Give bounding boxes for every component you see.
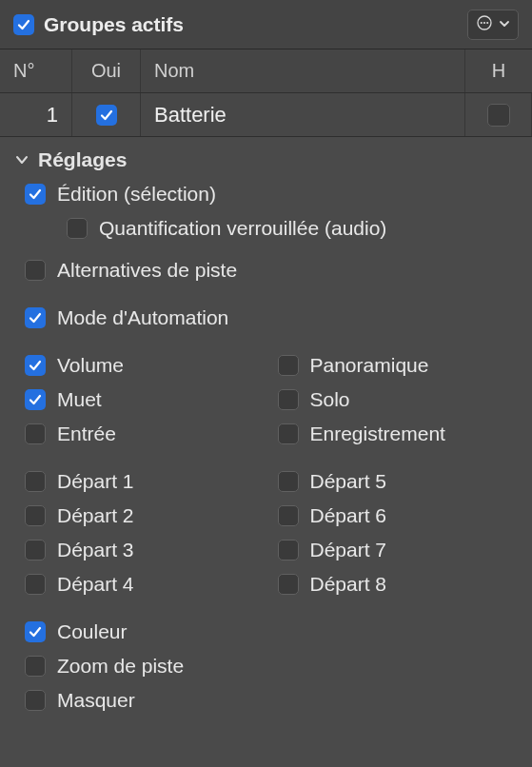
column-headers: N° Oui Nom H <box>0 49 532 93</box>
hide-toggle[interactable] <box>487 104 510 127</box>
option-quantification: Quantification verrouillée (audio) <box>13 211 519 246</box>
depart7-label: Départ 7 <box>310 539 387 561</box>
option-depart4: Départ 4 <box>13 567 266 601</box>
depart3-label: Départ 3 <box>57 539 134 561</box>
cell-nom[interactable]: Batterie <box>141 93 465 136</box>
depart7-checkbox[interactable] <box>278 540 299 560</box>
option-depart1: Départ 1 <box>13 464 266 499</box>
option-volume: Volume <box>13 348 266 383</box>
quantification-label: Quantification verrouillée (audio) <box>99 217 386 240</box>
cell-h <box>465 93 532 136</box>
automation-checkbox[interactable] <box>25 307 46 328</box>
settings-title: Réglages <box>38 148 127 171</box>
zoom-checkbox[interactable] <box>25 656 46 677</box>
table-row[interactable]: 1 Batterie <box>0 93 532 137</box>
masquer-label: Masquer <box>57 689 135 712</box>
option-edition: Édition (sélection) <box>13 177 519 211</box>
depart1-checkbox[interactable] <box>25 471 46 492</box>
couleur-label: Couleur <box>57 620 128 643</box>
enregistrement-checkbox[interactable] <box>278 423 299 444</box>
header-menu-button[interactable] <box>467 10 519 40</box>
option-solo: Solo <box>266 383 520 417</box>
option-couleur: Couleur <box>13 615 519 649</box>
column-header-no[interactable]: N° <box>0 49 72 92</box>
solo-label: Solo <box>310 388 350 411</box>
edition-label: Édition (sélection) <box>57 183 216 206</box>
option-depart6: Départ 6 <box>266 499 520 533</box>
option-depart8: Départ 8 <box>266 567 520 601</box>
automation-label: Mode d'Automation <box>57 306 228 329</box>
enregistrement-label: Enregistrement <box>310 423 445 445</box>
depart6-label: Départ 6 <box>310 504 387 527</box>
column-header-nom[interactable]: Nom <box>141 49 465 92</box>
depart3-checkbox[interactable] <box>25 540 46 560</box>
cell-no: 1 <box>0 93 72 136</box>
header-left: Groupes actifs <box>13 13 184 36</box>
cell-oui <box>72 93 141 136</box>
depart2-label: Départ 2 <box>57 504 134 527</box>
alternatives-checkbox[interactable] <box>25 260 46 281</box>
depart5-checkbox[interactable] <box>278 471 299 492</box>
masquer-checkbox[interactable] <box>25 690 46 711</box>
volume-checkbox[interactable] <box>25 355 46 376</box>
depart-options: Départ 1 Départ 2 Départ 3 Départ 4 Dépa… <box>13 464 519 601</box>
depart8-checkbox[interactable] <box>278 574 299 595</box>
svg-point-3 <box>486 21 488 23</box>
option-depart7: Départ 7 <box>266 533 520 567</box>
settings-header[interactable]: Réglages <box>13 145 519 177</box>
couleur-checkbox[interactable] <box>25 621 46 642</box>
entree-label: Entrée <box>57 423 116 445</box>
option-alternatives: Alternatives de piste <box>13 253 519 287</box>
quantification-checkbox[interactable] <box>67 218 88 239</box>
chevron-down-icon <box>499 16 510 33</box>
header-title: Groupes actifs <box>44 13 184 36</box>
groups-active-checkbox[interactable] <box>13 14 34 35</box>
depart6-checkbox[interactable] <box>278 505 299 526</box>
option-entree: Entrée <box>13 417 266 451</box>
option-panoramique: Panoramique <box>266 348 520 383</box>
option-masquer: Masquer <box>13 683 519 718</box>
audio-options: Volume Muet Entrée Panoramique Solo <box>13 348 519 451</box>
depart5-label: Départ 5 <box>310 470 387 493</box>
option-enregistrement: Enregistrement <box>266 417 520 451</box>
edition-checkbox[interactable] <box>25 184 46 205</box>
solo-checkbox[interactable] <box>278 389 299 410</box>
row-active-checkbox[interactable] <box>96 105 117 126</box>
column-header-h[interactable]: H <box>465 49 532 92</box>
option-depart2: Départ 2 <box>13 499 266 533</box>
header-bar: Groupes actifs <box>0 0 532 49</box>
depart2-checkbox[interactable] <box>25 505 46 526</box>
column-header-oui[interactable]: Oui <box>72 49 141 92</box>
depart1-label: Départ 1 <box>57 470 134 493</box>
volume-label: Volume <box>57 354 124 377</box>
muet-checkbox[interactable] <box>25 389 46 410</box>
option-zoom: Zoom de piste <box>13 649 519 683</box>
alternatives-label: Alternatives de piste <box>57 259 237 282</box>
svg-point-1 <box>481 21 483 23</box>
muet-label: Muet <box>57 388 102 411</box>
option-depart5: Départ 5 <box>266 464 520 499</box>
panoramique-label: Panoramique <box>310 354 429 377</box>
settings-panel: Réglages Édition (sélection) Quantificat… <box>0 137 532 731</box>
chevron-down-icon <box>13 151 30 168</box>
panoramique-checkbox[interactable] <box>278 355 299 376</box>
depart4-checkbox[interactable] <box>25 574 46 595</box>
zoom-label: Zoom de piste <box>57 655 184 678</box>
option-muet: Muet <box>13 383 266 417</box>
entree-checkbox[interactable] <box>25 423 46 444</box>
ellipsis-icon <box>476 14 493 35</box>
svg-point-2 <box>483 21 485 23</box>
depart4-label: Départ 4 <box>57 573 134 596</box>
option-depart3: Départ 3 <box>13 533 266 567</box>
option-automation: Mode d'Automation <box>13 301 519 335</box>
depart8-label: Départ 8 <box>310 573 387 596</box>
